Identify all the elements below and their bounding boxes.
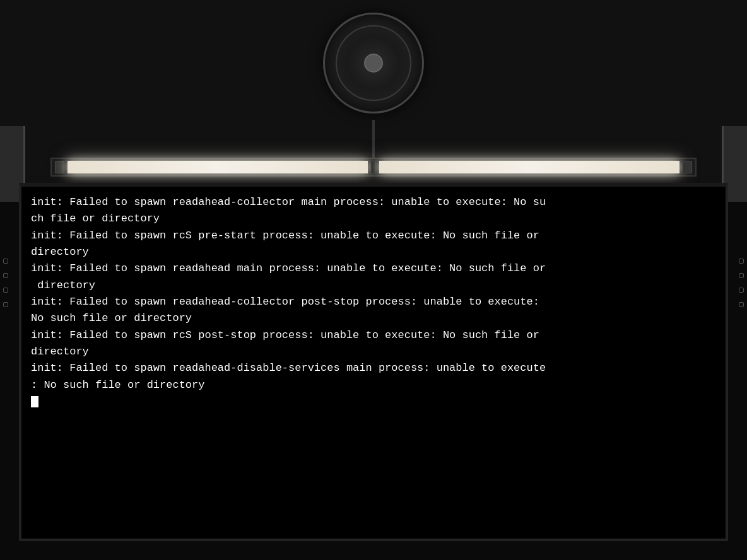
fan-inner bbox=[336, 25, 411, 101]
light-end-left bbox=[55, 161, 64, 173]
terminal-output: init: Failed to spawn readahead-collecto… bbox=[31, 194, 716, 410]
rack-hole bbox=[739, 273, 744, 278]
monitor-light-bar bbox=[50, 158, 697, 177]
rack-hole bbox=[3, 288, 8, 293]
light-segment-right bbox=[379, 161, 679, 173]
monitor-screen: init: Failed to spawn readahead-collecto… bbox=[19, 183, 728, 541]
rack-holes-right bbox=[739, 259, 744, 307]
rack-holes-left bbox=[3, 259, 8, 307]
terminal-cursor bbox=[31, 396, 38, 407]
rack-hole bbox=[3, 273, 8, 278]
light-divider bbox=[371, 161, 376, 173]
server-fan bbox=[323, 13, 424, 114]
fan-center bbox=[364, 54, 383, 73]
light-end-right bbox=[683, 161, 692, 173]
rack-hole bbox=[3, 302, 8, 307]
rack-hole bbox=[739, 288, 744, 293]
rack-hole bbox=[3, 259, 8, 264]
light-segment-left bbox=[68, 161, 368, 173]
rack-hole bbox=[739, 259, 744, 264]
terminal: init: Failed to spawn readahead-collecto… bbox=[21, 187, 726, 539]
rack-hole bbox=[739, 302, 744, 307]
